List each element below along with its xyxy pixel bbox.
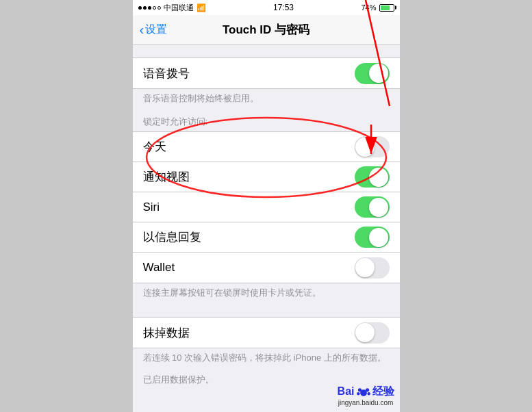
reply-with-message-row: 以信息回复 <box>133 222 400 253</box>
siri-toggle[interactable] <box>355 196 390 218</box>
toggle-knob <box>369 198 388 217</box>
dot4 <box>153 6 156 10</box>
back-label: 设置 <box>145 23 167 37</box>
svg-point-8 <box>367 392 370 395</box>
erase-toggle[interactable] <box>355 322 390 344</box>
settings-content: 语音拨号 音乐语音控制将始终被启用。 锁定时允许访问: 今天 通知视图 <box>133 45 400 412</box>
today-row: 今天 <box>133 132 400 162</box>
siri-row: Siri <box>133 192 400 222</box>
watermark-url: jingyan.baidu.com <box>338 399 394 407</box>
signal-dots <box>138 6 161 10</box>
nav-bar: ‹ 设置 Touch ID 与密码 <box>133 15 400 45</box>
toggle-knob <box>355 323 375 342</box>
wallet-helper: 连接主屏幕按钮可在锁屏时使用卡片或凭证。 <box>133 283 400 305</box>
battery-percent: 74% <box>361 3 376 12</box>
voice-dial-helper: 音乐语音控制将始终被启用。 <box>133 89 400 110</box>
back-button[interactable]: ‹ 设置 <box>140 23 168 37</box>
notification-view-label: 通知视图 <box>143 169 190 185</box>
status-left: 中国联通 📶 <box>138 3 206 13</box>
voice-dial-group: 语音拨号 <box>133 57 400 89</box>
status-bar: 中国联通 📶 17:53 74% <box>133 0 400 15</box>
reply-with-message-label: 以信息回复 <box>143 229 201 245</box>
status-right: 74% <box>361 3 394 12</box>
erase-group: 抹掉数据 <box>133 317 400 348</box>
toggle-knob <box>355 138 375 157</box>
notification-view-toggle[interactable] <box>355 166 390 188</box>
today-toggle[interactable] <box>355 136 390 157</box>
erase-helper: 若连续 10 次输入错误密码，将抹掉此 iPhone 上的所有数据。 <box>133 348 400 370</box>
notification-view-row: 通知视图 <box>133 162 400 192</box>
baidu-text2: 经验 <box>372 385 394 399</box>
baidu-text: Bai <box>338 385 355 398</box>
toggle-knob <box>369 228 388 247</box>
dot2 <box>143 6 147 10</box>
dot3 <box>148 6 151 10</box>
siri-label: Siri <box>143 201 160 214</box>
voice-dial-label: 语音拨号 <box>143 66 190 81</box>
voice-dial-toggle[interactable] <box>355 63 390 84</box>
lock-access-header: 锁定时允许访问: <box>133 110 400 131</box>
wifi-icon: 📶 <box>197 3 206 12</box>
wallet-toggle[interactable] <box>355 257 390 279</box>
battery-icon <box>379 4 394 12</box>
status-time: 17:53 <box>273 3 294 12</box>
back-chevron-icon: ‹ <box>140 23 144 36</box>
page-title: Touch ID 与密码 <box>223 22 309 38</box>
today-label: 今天 <box>143 139 166 155</box>
wallet-label: Wallet <box>143 261 175 274</box>
dot5 <box>157 6 161 10</box>
section-gap-1 <box>133 45 400 57</box>
erase-label: 抹掉数据 <box>143 325 190 341</box>
toggle-knob <box>369 64 388 83</box>
svg-point-7 <box>357 392 359 395</box>
watermark-brand: Bai 经验 <box>338 384 394 399</box>
battery-fill <box>381 5 390 10</box>
erase-row: 抹掉数据 <box>133 318 400 348</box>
svg-point-5 <box>357 388 361 391</box>
lock-access-group: 今天 通知视图 Siri <box>133 131 400 283</box>
carrier-name: 中国联通 <box>164 3 194 13</box>
wallet-row: Wallet <box>133 253 400 283</box>
toggle-knob <box>369 168 388 187</box>
section-gap-2 <box>133 305 400 317</box>
baidu-paw-icon <box>356 384 371 399</box>
watermark: Bai 经验 jingyan.baidu.com <box>338 384 394 407</box>
toggle-knob <box>355 258 375 277</box>
voice-dial-row: 语音拨号 <box>133 58 400 88</box>
reply-with-message-toggle[interactable] <box>355 227 390 248</box>
svg-point-6 <box>365 388 368 391</box>
dot1 <box>138 6 142 10</box>
